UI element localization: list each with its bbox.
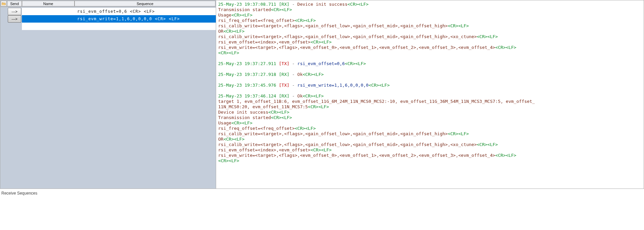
sequence-rows: ---> rsi_evm_offset=0,6 <CR> <LF> ---> r… xyxy=(0,7,216,30)
log-line: <CR><LF> xyxy=(218,50,642,56)
log-line: rsi_evm_offset=<index>,<evm_offset><CR><… xyxy=(218,147,642,153)
sequence-row-empty[interactable] xyxy=(0,23,216,30)
log-line: rsi_calib_write=<target>,<flags>,<gain_o… xyxy=(218,131,642,137)
sequences-header-row: Send Name Sequence xyxy=(0,0,216,7)
send-button[interactable]: ---> xyxy=(8,15,21,23)
log-line: 25-May-23 19:37:27.911 [TX] - rsi_evm_of… xyxy=(218,61,642,66)
log-line: 25-May-23 19:37:08.711 [RX] - Device ini… xyxy=(218,2,642,7)
log-line: <CR><LF> xyxy=(218,158,642,164)
column-header-sequence[interactable]: Sequence xyxy=(75,1,215,6)
column-header-name[interactable]: Name xyxy=(22,1,75,6)
sequence-text-cell[interactable]: rsi_evm_offset=0,6 <CR> <LF> xyxy=(75,8,216,15)
sequence-row[interactable]: ---> rsi_evm_offset=0,6 <CR> <LF> xyxy=(0,8,216,15)
log-line: 11N_MCS0:20, evm_offset_11N_MCS7:5<CR><L… xyxy=(218,104,642,110)
send-sequences-panel: Send Name Sequence ---> rsi_evm_offset=0… xyxy=(0,0,216,189)
log-line: rsi_calib_write=<target>,<flags>,<gain_o… xyxy=(218,23,642,29)
sequence-text: rsi_evm_write=1,1,6,0,0,0,0 xyxy=(77,17,152,21)
cr-marker: <CR> xyxy=(130,9,141,14)
terminal-log-panel[interactable]: 25-May-23 19:37:08.711 [RX] - Device ini… xyxy=(216,0,644,189)
log-line: Device init success<CR><LF> xyxy=(218,110,642,115)
log-line: rsi_calib_write=<target>,<flags>,<gain_o… xyxy=(218,34,642,39)
log-line: OR<CR><LF> xyxy=(218,29,642,34)
log-line: rsi_calib_write=<target>,<flags>,<gain_o… xyxy=(218,142,642,147)
sequence-text: rsi_evm_offset=0,6 xyxy=(77,9,127,14)
log-line: 25-May-23 19:37:45.976 [TX] - rsi_evm_wr… xyxy=(218,83,642,88)
log-line: 25-May-23 19:37:46.124 [RX] - Ok<CR><LF> xyxy=(218,93,642,99)
log-line: rsi_freq_offset=<freq_offset><CR><LF> xyxy=(218,126,642,131)
log-line xyxy=(218,77,642,83)
receive-sequences-label: Receive Sequences xyxy=(0,189,644,196)
log-line: Transmission started<CR><LF> xyxy=(218,115,642,120)
log-line: rsi_evm_write=<target>,<flags>,<evm_offs… xyxy=(218,153,642,158)
sequence-row[interactable]: ---> rsi_evm_write=1,1,6,0,0,0,0 <CR> <L… xyxy=(0,15,216,23)
log-line: 25-May-23 19:37:27.918 [RX] - Ok<CR><LF> xyxy=(218,72,642,77)
log-line: rsi_freq_offset=<freq_offset><CR><LF> xyxy=(218,18,642,23)
log-line: Usage<CR><LF> xyxy=(218,12,642,18)
sequence-name-cell[interactable] xyxy=(22,23,75,30)
sequence-text-cell[interactable]: rsi_evm_write=1,1,6,0,0,0,0 <CR> <LF> xyxy=(75,15,216,23)
send-button[interactable]: ---> xyxy=(8,8,21,15)
main-split: Send Name Sequence ---> rsi_evm_offset=0… xyxy=(0,0,644,189)
log-line: target 1, evm_offset_11B:6, evm_offset_1… xyxy=(218,99,642,104)
sequence-text-cell[interactable] xyxy=(75,23,216,30)
log-line xyxy=(218,56,642,61)
log-line: OR<CR><LF> xyxy=(218,137,642,142)
log-line: Transmission started<CR><LF> xyxy=(218,7,642,12)
sequence-name-cell[interactable] xyxy=(22,15,75,23)
open-folder-icon[interactable] xyxy=(1,1,7,6)
log-line: rsi_evm_offset=<index>,<evm_offset><CR><… xyxy=(218,39,642,45)
log-line xyxy=(218,66,642,72)
log-line: rsi_evm_write=<target>,<flags>,<evm_offs… xyxy=(218,45,642,50)
sequence-name-cell[interactable] xyxy=(22,8,75,15)
lf-marker: <LF> xyxy=(169,17,180,21)
log-line: Usage<CR><LF> xyxy=(218,120,642,126)
lf-marker: <LF> xyxy=(144,9,155,14)
cr-marker: <CR> xyxy=(155,17,166,21)
log-line xyxy=(218,88,642,93)
column-header-send[interactable]: Send xyxy=(7,1,22,6)
